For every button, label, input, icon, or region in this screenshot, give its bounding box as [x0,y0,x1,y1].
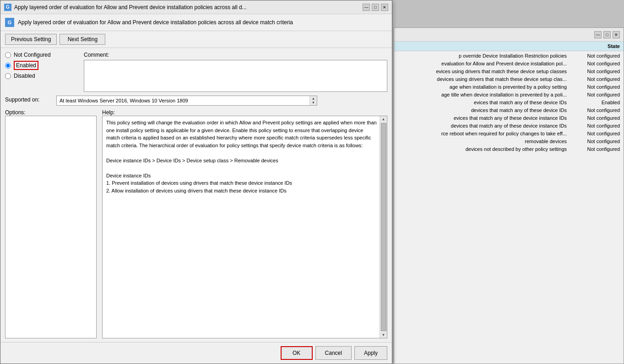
table-row: evaluation for Allow and Prevent device … [394,60,624,68]
table-row: devices not described by other policy se… [394,145,624,153]
dialog-icon: G [4,4,11,11]
table-row: age when installation is prevented by a … [394,83,624,91]
bg-window-content: State p override Device Installation Res… [394,42,624,154]
supported-row: Supported on: At least Windows Server 20… [5,96,387,106]
apply-button[interactable]: Apply [354,346,387,360]
help-box: This policy setting will change the eval… [102,116,387,338]
row-name: devices using drivers that match these d… [398,76,567,82]
bg-window-controls[interactable]: — □ ✕ [594,31,620,38]
bg-minimize-button[interactable]: — [594,31,602,38]
options-label: Options: [5,109,97,116]
policy-icon: G [5,18,14,27]
row-state: Not configured [574,76,620,82]
enabled-label: Enabled [14,61,38,70]
table-row: devices that match any of these device I… [394,107,624,114]
next-setting-button[interactable]: Next Setting [60,34,105,45]
table-row: age title when device installation is pr… [394,91,624,99]
bg-titlebar: — □ ✕ [394,28,624,42]
comment-label: Comment: [84,52,387,58]
row-name: devices that match any of these device I… [398,107,567,113]
row-name: evices that match any of these device ID… [398,100,567,105]
table-row: evices using drivers that match these de… [394,68,624,75]
options-section [5,116,97,338]
row-name: rce reboot when required for policy chan… [398,131,567,136]
row-state: Not configured [574,53,620,59]
comment-textarea[interactable] [84,60,387,92]
supported-label: Supported on: [5,96,51,103]
supported-value-text: At least Windows Server 2016, Windows 10… [60,98,188,103]
row-name: p override Device Installation Restricti… [398,53,567,59]
row-state: Not configured [574,107,620,113]
row-state: Not configured [574,69,620,74]
row-state: Not configured [574,61,620,66]
nav-row: Previous Setting Next Setting [0,31,392,48]
dialog-titlebar: G Apply layered order of evaluation for … [0,0,392,14]
row-state: Not configured [574,131,620,136]
options-box [5,116,97,338]
table-row: removable devicesNot configured [394,138,624,145]
policy-title-row: G Apply layered order of evaluation for … [0,14,392,31]
radio-section: Not Configured Enabled Disabled [5,52,78,92]
help-scroll-thumb[interactable] [381,123,386,331]
bg-maximize-button[interactable]: □ [603,31,611,38]
row-name: removable devices [398,139,567,144]
bg-close-button[interactable]: ✕ [613,31,620,38]
ok-button[interactable]: OK [281,346,313,360]
top-section: Not Configured Enabled Disabled Comment: [5,52,387,92]
help-scrollbar[interactable]: ▲ ▼ [380,116,387,338]
row-name: evices using drivers that match these de… [398,69,567,74]
dialog-title: Apply layered order of evaluation for Al… [14,4,363,11]
maximize-button[interactable]: □ [372,4,379,11]
main-dialog: G Apply layered order of evaluation for … [0,0,392,364]
supported-scroll-down[interactable]: ▼ [312,101,315,105]
policy-title-text: Apply layered order of evaluation for Al… [18,19,293,26]
supported-scroll-up[interactable]: ▲ [312,96,315,101]
previous-setting-button[interactable]: Previous Setting [5,34,57,45]
help-scroll-up-arrow[interactable]: ▲ [381,116,386,122]
comment-section: Comment: [84,52,387,92]
help-text: This policy setting will change the eval… [103,116,387,338]
table-row: devices that match any of these device i… [394,122,624,130]
row-state: Enabled [574,100,620,105]
cancel-button[interactable]: Cancel [315,346,352,360]
oh-labels: Options: Help: [5,109,387,116]
table-row: p override Device Installation Restricti… [394,52,624,60]
options-help-row: This policy setting will change the eval… [5,116,387,338]
row-state: Not configured [574,92,620,97]
row-name: age when installation is prevented by a … [398,84,567,90]
dialog-footer: OK Cancel Apply [0,342,392,364]
background-window: — □ ✕ State p override Device Installati… [394,27,624,364]
help-label: Help: [102,109,387,116]
disabled-radio[interactable]: Disabled [5,73,78,79]
row-state: Not configured [574,139,620,144]
table-row: rce reboot when required for policy chan… [394,130,624,138]
bg-state-header: State [394,42,624,51]
supported-value-box: At least Windows Server 2016, Windows 10… [56,96,317,106]
enabled-radio[interactable]: Enabled [5,61,78,70]
help-text-content: This policy setting will change the eval… [106,120,377,193]
row-name: evaluation for Allow and Prevent device … [398,61,567,66]
supported-scrollbar[interactable]: ▲ ▼ [309,96,317,105]
not-configured-label: Not Configured [14,52,51,58]
table-row: evices that match any of these device ID… [394,99,624,107]
row-state: Not configured [574,123,620,128]
row-state: Not configured [574,146,620,152]
row-name: evices that match any of these device in… [398,115,567,121]
dialog-controls[interactable]: — □ ✕ [363,4,388,11]
content-area: Not Configured Enabled Disabled Comment: [0,48,392,342]
help-section: This policy setting will change the eval… [102,116,387,338]
bg-table-rows: p override Device Installation Restricti… [394,51,624,154]
row-state: Not configured [574,115,620,121]
dialog-body: G Apply layered order of evaluation for … [0,14,392,364]
table-row: devices using drivers that match these d… [394,75,624,83]
row-name: devices not described by other policy se… [398,146,567,152]
row-name: devices that match any of these device i… [398,123,567,128]
disabled-label: Disabled [14,73,35,79]
row-state: Not configured [574,84,620,90]
close-button[interactable]: ✕ [381,4,388,11]
minimize-button[interactable]: — [363,4,370,11]
row-name: age title when device installation is pr… [398,92,567,97]
table-row: evices that match any of these device in… [394,114,624,122]
not-configured-radio[interactable]: Not Configured [5,52,78,58]
help-scroll-down-arrow[interactable]: ▼ [381,332,386,338]
